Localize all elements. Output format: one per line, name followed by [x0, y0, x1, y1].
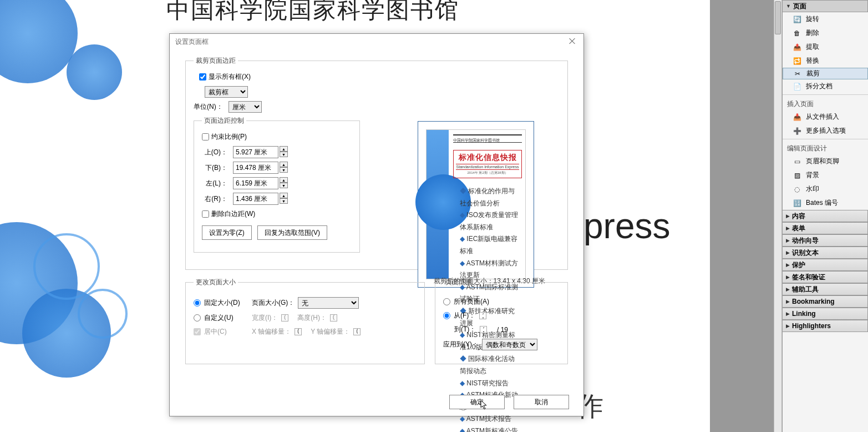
ok-button[interactable]: 确定: [449, 395, 505, 409]
watermark-icon: ◌: [793, 185, 801, 194]
custom-size-radio[interactable]: [194, 314, 201, 322]
set-page-boxes-dialog: 设置页面框 裁剪页面边距 显示所有框(X) 裁剪框 单位(N)： 厘米: [169, 33, 584, 416]
replace-icon: 🔁: [793, 57, 801, 66]
sidebar-item-extract[interactable]: 📤提取: [783, 40, 868, 54]
sidebar-section-forms[interactable]: ▶表单: [783, 222, 868, 234]
unit-select[interactable]: 厘米: [229, 101, 262, 113]
margin-control-fieldset: 页面边距控制 约束比例(P) 上(O)： ▲▼ 下(B)： ▲▼ 左(L)：: [194, 116, 360, 253]
spin-down-icon[interactable]: ▼: [280, 152, 288, 157]
width-input: [281, 314, 288, 322]
main-document-area: 中国科学院国家科学图书馆 报 xpress 作 设置页面框 裁剪页面边距 显示所…: [0, 0, 782, 432]
spin-down-icon[interactable]: ▼: [280, 167, 288, 173]
spin-down-icon[interactable]: ▼: [280, 198, 288, 204]
doc-main-title: 中国科学院国家科学图书馆: [166, 0, 459, 26]
sidebar-section-linking[interactable]: ▶Linking: [783, 308, 868, 320]
y-offset-input: [353, 328, 361, 335]
tools-sidebar: ▼页面 🔄旋转 🗑删除 📤提取 🔁替换 ✂裁剪 📄拆分文档 插入页面 📥从文件插…: [782, 0, 868, 432]
sidebar-section-action-wizard[interactable]: ▶动作向导: [783, 234, 868, 247]
x-offset-input: [295, 328, 302, 335]
bates-icon: 🔢: [793, 199, 801, 208]
sidebar-section-accessibility[interactable]: ▶辅助工具: [783, 283, 868, 295]
sidebar-section-recognize-text[interactable]: ▶识别文本: [783, 247, 868, 259]
sidebar-item-insert-from-file[interactable]: 📥从文件插入: [783, 110, 868, 124]
remove-white-margins-checkbox[interactable]: 删除白边距(W): [202, 209, 255, 219]
close-icon[interactable]: [568, 37, 577, 46]
crop-margins-fieldset: 裁剪页面边距 显示所有框(X) 裁剪框 单位(N)： 厘米 页面边距控制: [185, 56, 568, 270]
crop-margins-legend: 裁剪页面边距: [194, 56, 238, 66]
sidebar-subhead-edit-design: 编辑页面设计: [783, 140, 868, 154]
sidebar-section-highlighters[interactable]: ▶Highlighters: [783, 320, 868, 332]
show-all-boxes-checkbox[interactable]: 显示所有框(X): [199, 72, 251, 82]
scrollbar-thumb[interactable]: [775, 1, 781, 34]
from-page-radio[interactable]: [443, 312, 450, 319]
all-pages-radio[interactable]: [443, 298, 450, 305]
sidebar-section-content[interactable]: ▶内容: [783, 210, 868, 222]
cursor-icon: [480, 400, 488, 410]
sidebar-section-protect[interactable]: ▶保护: [783, 259, 868, 271]
crop-icon: ✂: [793, 69, 802, 78]
spin-up-icon[interactable]: ▲: [280, 146, 288, 152]
set-to-zero-button[interactable]: 设置为零(Z): [202, 225, 252, 240]
sidebar-item-crop[interactable]: ✂裁剪: [783, 68, 868, 79]
delete-icon: 🗑: [793, 29, 801, 38]
revert-to-selection-button[interactable]: 回复为选取范围(V): [257, 225, 327, 240]
sidebar-item-bates[interactable]: 🔢Bates 编号: [783, 196, 868, 210]
page-range-fieldset: 页面范围 所有页面(A) 从(F)： 到(T)： / 19: [435, 278, 568, 364]
sidebar-item-split[interactable]: 📄拆分文档: [783, 79, 868, 93]
sidebar-item-delete[interactable]: 🗑删除: [783, 26, 868, 40]
sidebar-item-replace[interactable]: 🔁替换: [783, 54, 868, 68]
from-page-input[interactable]: [479, 312, 486, 319]
split-icon: 📄: [793, 82, 801, 91]
more-insert-icon: ➕: [793, 127, 801, 135]
unit-label: 单位(N)：: [194, 102, 223, 112]
sidebar-section-pages[interactable]: ▼页面: [783, 0, 868, 12]
sidebar-subhead-insert: 插入页面: [783, 96, 868, 110]
page-size-select[interactable]: 无: [298, 297, 359, 309]
constrain-proportions-checkbox[interactable]: 约束比例(P): [202, 132, 247, 142]
sidebar-item-watermark[interactable]: ◌水印: [783, 182, 868, 196]
spin-up-icon[interactable]: ▲: [280, 177, 288, 183]
sidebar-item-background[interactable]: ▨背景: [783, 168, 868, 182]
rotate-icon: 🔄: [793, 15, 801, 24]
box-type-select[interactable]: 裁剪框: [205, 86, 248, 98]
margin-left-input[interactable]: [233, 177, 278, 189]
to-page-input[interactable]: [480, 326, 487, 333]
sidebar-item-header-footer[interactable]: ▭页眉和页脚: [783, 154, 868, 168]
insert-file-icon: 📥: [793, 113, 801, 122]
cancel-button[interactable]: 取消: [514, 395, 569, 409]
sidebar-section-sign-verify[interactable]: ▶签名和验证: [783, 271, 868, 283]
apply-to-select[interactable]: 偶数和奇数页: [482, 339, 537, 350]
fixed-size-radio[interactable]: [194, 299, 201, 307]
vertical-scrollbar[interactable]: [774, 0, 782, 432]
background-icon: ▨: [793, 171, 801, 180]
center-checkbox: [194, 328, 201, 335]
spin-up-icon[interactable]: ▲: [280, 193, 288, 198]
extract-icon: 📤: [793, 43, 801, 52]
doc-background-art: [0, 0, 139, 432]
sidebar-item-more-insert[interactable]: ➕更多插入选项: [783, 124, 868, 138]
margin-bottom-input[interactable]: [233, 162, 278, 174]
sidebar-item-rotate[interactable]: 🔄旋转: [783, 12, 868, 26]
margin-top-input[interactable]: [233, 146, 278, 158]
dialog-title: 设置页面框: [170, 34, 583, 51]
height-input: [330, 314, 337, 322]
page-preview: 中国科学院国家科学图书馆 标准化信息快报 Standardization Inf…: [418, 121, 534, 288]
sidebar-section-bookmarking[interactable]: ▶Bookmarking: [783, 295, 868, 308]
spin-up-icon[interactable]: ▲: [280, 162, 288, 167]
spin-down-icon[interactable]: ▼: [280, 183, 288, 188]
margin-right-input[interactable]: [233, 193, 278, 205]
header-footer-icon: ▭: [793, 157, 801, 166]
change-page-size-fieldset: 更改页面大小 固定大小(D) 页面大小(G)： 无 自定义(U) 宽度(I)： …: [185, 278, 425, 364]
